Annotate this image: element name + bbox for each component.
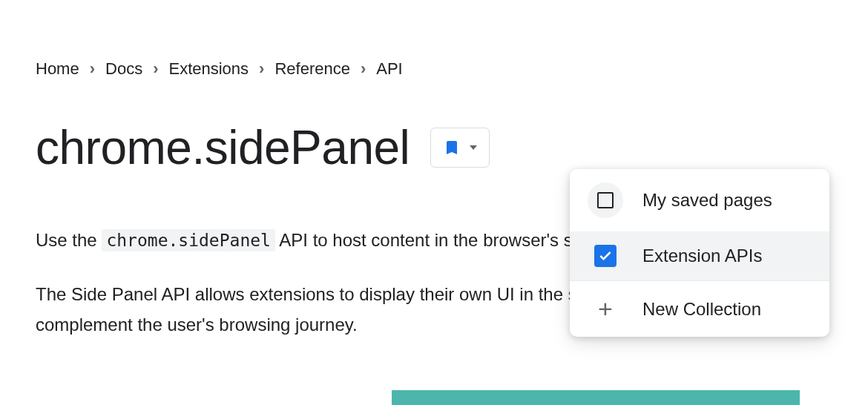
collection-label: Extension APIs — [642, 246, 762, 266]
new-collection-button[interactable]: + New Collection — [570, 281, 829, 337]
code-inline: chrome.sidePanel — [102, 229, 275, 251]
breadcrumb: Home › Docs › Extensions › Reference › A… — [36, 59, 868, 79]
breadcrumb-reference[interactable]: Reference — [274, 59, 350, 79]
empty-checkbox-icon — [588, 182, 623, 218]
breadcrumb-home[interactable]: Home — [36, 59, 79, 79]
collection-item-saved-pages[interactable]: My saved pages — [570, 169, 829, 231]
chevron-right-icon: › — [153, 59, 158, 79]
chevron-right-icon: › — [259, 59, 264, 79]
caret-down-icon — [470, 145, 477, 150]
plus-icon: + — [588, 294, 623, 323]
chevron-right-icon: › — [90, 59, 95, 79]
collection-item-extension-apis[interactable]: Extension APIs — [570, 231, 829, 280]
image-preview-bar — [392, 390, 800, 405]
checked-checkbox-icon — [594, 245, 617, 267]
bookmark-icon — [443, 139, 461, 157]
bookmark-dropdown: My saved pages Extension APIs + New Coll… — [570, 169, 829, 337]
breadcrumb-api[interactable]: API — [376, 59, 402, 79]
collection-label: New Collection — [642, 299, 761, 320]
breadcrumb-extensions[interactable]: Extensions — [168, 59, 249, 79]
collection-label: My saved pages — [642, 190, 772, 211]
bookmark-button[interactable] — [430, 128, 490, 168]
page-title: chrome.sidePanel — [36, 120, 410, 175]
breadcrumb-docs[interactable]: Docs — [105, 59, 142, 79]
chevron-right-icon: › — [361, 59, 366, 79]
paragraph-text: Use the — [36, 230, 102, 250]
